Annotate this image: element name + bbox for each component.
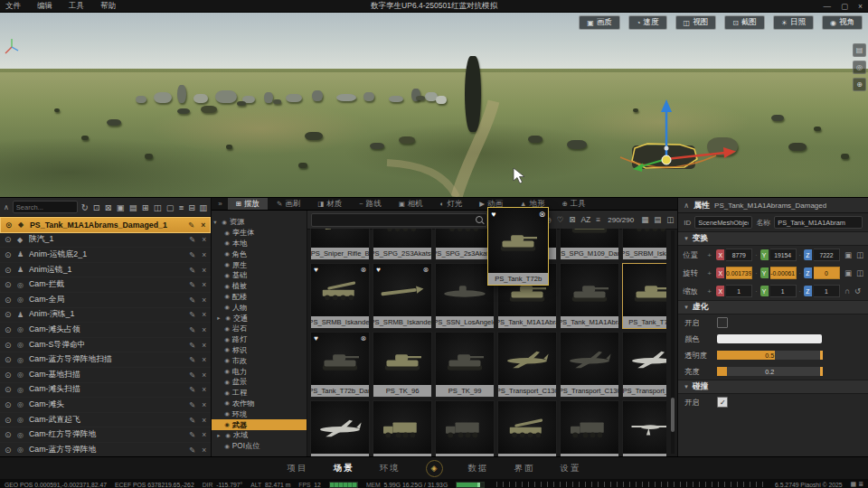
menu-item-帮助[interactable]: 帮助 <box>100 1 116 12</box>
visibility-eye-icon[interactable]: ⊙ <box>5 296 14 305</box>
collapse-icon[interactable]: ∧ <box>4 203 9 211</box>
grid-view-icon[interactable]: ▦ <box>641 215 648 224</box>
camera-icon[interactable]: ▣ <box>117 202 125 212</box>
export-icon[interactable]: ⊟ <box>188 202 195 212</box>
delete-icon[interactable]: × <box>202 310 206 319</box>
category-路灯[interactable]: ◉路灯 <box>212 334 307 345</box>
asset-card[interactable]: PS_Sniper_Rifle_B <box>310 229 370 260</box>
gizmo-z-axis[interactable] <box>661 99 672 112</box>
section-chevron-icon[interactable]: ▾ <box>684 235 688 242</box>
menu-item-工具[interactable]: 工具 <box>69 1 84 12</box>
delete-icon[interactable]: × <box>202 416 206 425</box>
edit-icon[interactable]: ✎ <box>189 280 195 289</box>
位置-x-value[interactable]: 8779 <box>726 249 752 261</box>
section-chevron-icon[interactable]: ▾ <box>684 383 688 390</box>
gizmo-x-axis[interactable] <box>723 147 736 158</box>
edit-icon[interactable]: ✎ <box>189 416 195 425</box>
category-角色[interactable]: ◉角色 <box>212 249 307 259</box>
3d-viewport[interactable]: ▣画质◔速度◫视图⊡截图☀日照◉视角 ▤◎⊕ <box>0 13 868 197</box>
asset-card[interactable]: ♥⊗PS_SRMB_Iskander. <box>373 263 432 329</box>
asset-card[interactable]: PS_Truck_M923 <box>373 400 432 456</box>
row-action-icon[interactable]: ◫ <box>856 268 863 277</box>
category-环境[interactable]: ◉环境 <box>212 408 307 419</box>
favorite-icon[interactable]: ♥ <box>376 266 381 274</box>
quality-button[interactable]: ▣画质 <box>579 15 620 30</box>
hierarchy-item[interactable]: ⊙◎Cam-滩头✎× <box>0 398 211 413</box>
asset-card[interactable]: PS_SRBM_Iskander <box>622 229 666 260</box>
category-原生[interactable]: ◉原生 <box>212 259 307 270</box>
favorite-icon[interactable]: ♡ <box>557 215 564 224</box>
edit-icon[interactable]: ✎ <box>189 400 195 409</box>
edit-icon[interactable]: ✎ <box>189 310 195 319</box>
visibility-eye-icon[interactable]: ⊙ <box>5 416 14 425</box>
pivot-icon[interactable]: + <box>707 251 714 259</box>
visibility-eye-icon[interactable]: ⊙ <box>5 250 14 259</box>
delete-icon[interactable]: × <box>202 235 206 244</box>
asset-card[interactable]: PS_Transport_IL76 <box>622 332 666 398</box>
edit-icon[interactable]: ✎ <box>189 235 195 244</box>
hierarchy-item[interactable]: ⊙◎Cam-基地扫描✎× <box>0 368 211 383</box>
brightness-slider[interactable]: 0.2 <box>717 367 822 376</box>
edit-icon[interactable]: ✎ <box>189 371 195 380</box>
delete-icon[interactable]: × <box>202 250 206 259</box>
asset-card[interactable]: PS_Transport_IL76 <box>310 400 370 456</box>
hierarchy-item[interactable]: ⊙◆PS_Tank_M1A1Abrams_Damaged_1✎× <box>0 217 211 233</box>
delete-icon[interactable]: × <box>202 341 206 350</box>
asset-card[interactable]: PS_Truck_M923VD <box>497 400 557 456</box>
visibility-eye-icon[interactable]: ⊙ <box>5 280 14 289</box>
visibility-eye-icon[interactable]: ⊙ <box>5 355 14 364</box>
category-工程[interactable]: ◉工程 <box>212 388 307 399</box>
hierarchy-item[interactable]: ⊙◎Cam-武直起飞✎× <box>0 413 211 428</box>
collapse-icon[interactable]: ∧ <box>684 202 689 210</box>
asset-card[interactable]: PS_TK_99 <box>435 332 495 398</box>
nav-item-设置[interactable]: 设置 <box>561 463 581 474</box>
detail-view-icon[interactable]: ◫ <box>666 215 674 224</box>
minimize-button[interactable]: — <box>824 2 832 11</box>
row-action-icon[interactable]: ▣ <box>844 268 852 277</box>
visibility-eye-icon[interactable]: ⊙ <box>5 341 14 350</box>
scrollbar-thumb[interactable] <box>671 398 675 432</box>
category-植被[interactable]: ◉植被 <box>212 281 307 292</box>
asset-card[interactable]: PS_UAV_MQ1 <box>622 400 666 456</box>
edit-icon[interactable]: ✎ <box>189 266 195 275</box>
edit-icon[interactable]: ✎ <box>189 355 195 364</box>
close-button[interactable]: × <box>858 2 863 11</box>
remove-icon[interactable]: ⊗ <box>360 266 366 274</box>
category-水域[interactable]: ▸◉水域 <box>212 430 307 441</box>
nav-item-项目[interactable]: 项目 <box>288 463 308 474</box>
frame-icon[interactable]: ▢ <box>166 202 175 212</box>
category-标识[interactable]: ◉标识 <box>212 345 307 356</box>
hierarchy-item[interactable]: ⊙♟Anim-演练_1✎× <box>0 308 211 324</box>
category-人物[interactable]: ◉人物 <box>212 302 307 313</box>
layers-icon[interactable]: ▤ <box>853 43 866 57</box>
category-农作物[interactable]: ◉农作物 <box>212 399 307 409</box>
delete-icon[interactable]: × <box>202 266 206 275</box>
category-本地[interactable]: ◉本地 <box>212 239 307 249</box>
asset-card[interactable]: PS_SPG_M109_Dam <box>560 229 619 260</box>
category-孪生体[interactable]: ◉孪生体 <box>212 228 307 239</box>
edit-icon[interactable]: ✎ <box>189 341 195 350</box>
tab-灯光[interactable]: ◐灯光 <box>432 198 471 210</box>
delete-icon[interactable]: × <box>202 296 206 305</box>
edit-icon[interactable]: ✎ <box>189 250 195 259</box>
panel-toggle-icon[interactable]: ▥ <box>199 202 207 212</box>
timeline-ruler[interactable] <box>496 482 763 487</box>
缩放-x-value[interactable]: 1 <box>726 285 752 297</box>
asset-card[interactable]: ♥⊗PS_SRMB_Iskander <box>310 263 370 329</box>
asset-card[interactable]: PS_Transport_C130 <box>497 332 557 398</box>
edit-icon[interactable]: ✎ <box>189 446 195 455</box>
sort-az-icon[interactable]: AZ <box>580 215 590 224</box>
focus-icon[interactable]: ⊡ <box>93 202 100 212</box>
asset-card[interactable]: PS_Truck_M923VD <box>560 400 619 456</box>
fade-enable-checkbox[interactable] <box>717 317 728 328</box>
speed-button[interactable]: ◔速度 <box>628 15 667 30</box>
hierarchy-item[interactable]: ⊙◆陕汽_1✎× <box>0 233 211 249</box>
nav-item-环境[interactable]: 环境 <box>380 463 401 474</box>
camera-angle-button[interactable]: ◉视角 <box>822 15 863 30</box>
favorite-icon[interactable]: ♥ <box>314 266 318 274</box>
asset-card[interactable]: PS_SPG_2s3Akatsia <box>435 229 495 260</box>
hierarchy-item[interactable]: ⊙◎Cam-拦截✎× <box>0 277 211 293</box>
edit-icon[interactable]: ✎ <box>189 385 195 394</box>
fade-color-swatch[interactable] <box>717 334 822 343</box>
hierarchy-item[interactable]: ⊙◎Cam-S导弹命中✎× <box>0 338 211 353</box>
